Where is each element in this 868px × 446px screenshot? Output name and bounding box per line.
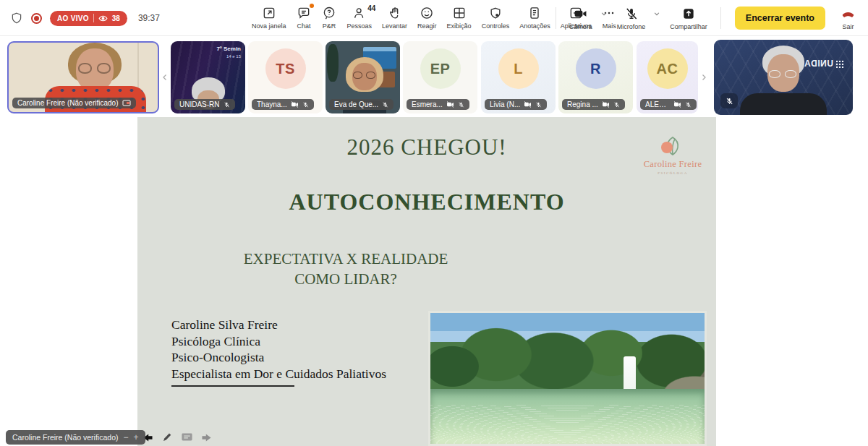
camera-icon: [573, 6, 588, 21]
avatar-initials: R: [576, 48, 616, 89]
participants-filmstrip: Caroline Freire (Não verificado) 7º Semi…: [0, 38, 868, 117]
end-event-button[interactable]: Encerrar evento: [735, 7, 825, 30]
toolbar-status-group: AO VIVO 38 39:37: [10, 0, 160, 36]
slide-nav-controls: [142, 432, 213, 444]
credential-line: Psico-Oncologista: [171, 349, 386, 366]
avatar-tile-alecy[interactable]: AC ALECY...: [637, 41, 698, 113]
zoom-out-button[interactable]: −: [123, 433, 128, 442]
mic-muted-badge: [720, 93, 738, 108]
participants-button[interactable]: 44 Pessoas: [342, 4, 378, 31]
avatar-initials: EP: [420, 48, 461, 89]
avatar-tile-thayna[interactable]: TS Thayna...: [248, 41, 323, 113]
share-screen-button[interactable]: Compartilhar: [665, 4, 712, 32]
presenter-name: Caroline Freire (Não verificado): [12, 433, 118, 442]
camera-button[interactable]: Câmera: [564, 4, 597, 32]
toolbar-device-group: Câmera Microfone: [552, 4, 861, 33]
new-window-button[interactable]: Nova janela: [247, 4, 292, 31]
mic-muted-icon: [458, 101, 464, 108]
credential-line: Especialista em Dor e Cuidados Paliativo…: [171, 366, 386, 382]
credential-line: Psicóloga Clínica: [171, 333, 386, 350]
security-shield-icon[interactable]: [10, 12, 23, 25]
microphone-button[interactable]: Microfone: [612, 4, 651, 32]
unidas-mirrored-logo: UNIDAS: [798, 59, 844, 69]
qa-button[interactable]: P&R: [317, 4, 342, 31]
logo-name: Caroline Freire: [631, 159, 715, 170]
live-label: AO VIVO: [57, 14, 89, 22]
slide-subtitle-line1: EXPECTATIVA X REALIDADE: [137, 250, 554, 268]
annotations-icon: [527, 5, 542, 20]
credential-line: Caroline Silva Freire: [171, 317, 386, 333]
mic-muted-icon: [302, 101, 309, 108]
new-window-icon: [261, 5, 276, 20]
camera-off-icon: [673, 101, 681, 108]
chat-icon: [297, 5, 312, 20]
presenter-credentials: Caroline Silva Freire Psicóloga Clínica …: [171, 317, 386, 382]
controls-button[interactable]: Controles: [477, 4, 515, 31]
avatar-tile-livia[interactable]: L Livia (N...: [481, 41, 556, 113]
share-screen-icon: [681, 6, 697, 21]
camera-off-icon: [602, 101, 610, 108]
slide-subtitle-line2: COMO LIDAR?: [137, 270, 554, 288]
filmstrip-prev-button[interactable]: [159, 41, 171, 113]
mic-muted-icon: [224, 101, 230, 108]
leave-button[interactable]: Sair: [835, 4, 861, 32]
tile-name-label: ALECY...: [640, 99, 697, 110]
controls-icon: [488, 5, 503, 20]
presenter-name-pill[interactable]: Caroline Freire (Não verificado) − +: [6, 430, 145, 445]
meeting-window: AO VIVO 38 39:37 Nova janela: [0, 0, 868, 446]
slide-title: 2026 CHEGOU!: [137, 134, 716, 160]
camera-off-icon: [446, 101, 454, 108]
toolbar-divider: [556, 7, 556, 29]
logo-subtext: PSICÓLOGA: [631, 171, 715, 175]
viewer-count: 38: [112, 14, 120, 22]
react-button[interactable]: Reagir: [412, 4, 442, 31]
backdrop-text: 7º Semin 14 e 15: [216, 46, 241, 59]
next-slide-button[interactable]: [200, 432, 213, 444]
shared-screen-area: Caroline Freire PSICÓLOGA 2026 CHEGOU! A…: [0, 117, 868, 446]
credentials-underline: [171, 385, 294, 387]
qa-icon: [322, 5, 337, 20]
mic-muted-icon: [685, 101, 692, 108]
camera-off-icon: [291, 101, 299, 108]
avatar-tile-esmera[interactable]: EP Esmera...: [403, 41, 477, 113]
annotation-panel-button[interactable]: [181, 432, 193, 444]
leave-phone-icon: [841, 6, 856, 21]
lagoon-waterfall-photo: [428, 311, 707, 446]
video-tile-caroline[interactable]: Caroline Freire (Não verificado): [7, 41, 159, 113]
recording-indicator-icon: [31, 13, 42, 24]
top-toolbar: AO VIVO 38 39:37 Nova janela: [0, 0, 868, 36]
view-button[interactable]: Exibição: [442, 4, 477, 31]
live-badge: AO VIVO 38: [50, 11, 127, 26]
tile-name-label: Esmera...: [407, 99, 469, 110]
tile-name-label: UNIDAS-RN: [174, 99, 235, 110]
mic-muted-icon: [382, 101, 388, 108]
raise-hand-icon: [387, 5, 402, 20]
video-tile-speaker-unidas[interactable]: UNIDAS: [714, 40, 853, 115]
viewers-eye-icon: [98, 14, 108, 23]
people-icon: 44: [352, 5, 367, 20]
pen-tool-button[interactable]: [161, 432, 174, 444]
view-icon: [451, 5, 467, 20]
presentation-slide: Caroline Freire PSICÓLOGA 2026 CHEGOU! A…: [137, 117, 716, 446]
avatar-tile-regina[interactable]: R Regina ...: [558, 41, 633, 113]
avatar-initials: TS: [265, 48, 306, 89]
filmstrip-next-button[interactable]: [698, 41, 710, 113]
annotations-button[interactable]: Anotações: [514, 4, 556, 31]
camera-options-chevron-icon[interactable]: [600, 10, 608, 17]
video-tile-eva[interactable]: Eva de Que...: [326, 41, 400, 113]
slide-heading: AUTOCONHECIMENTO: [137, 189, 716, 215]
microphone-options-chevron-icon[interactable]: [653, 10, 660, 17]
chat-button[interactable]: Chat: [292, 4, 317, 31]
react-icon: [420, 5, 435, 20]
live-divider: [93, 14, 94, 22]
video-tile-unidas-rn[interactable]: 7º Semin 14 e 15 UNIDAS-RN: [171, 41, 245, 113]
mic-muted-icon: [613, 101, 620, 108]
mic-muted-icon: [535, 101, 542, 108]
chat-notification-badge: [310, 4, 314, 8]
tile-name-label: Eva de Que...: [329, 99, 393, 110]
tile-name-label: Livia (N...: [485, 99, 547, 110]
tile-name-label: Regina ...: [562, 99, 625, 110]
zoom-in-button[interactable]: +: [133, 433, 138, 442]
tile-name-label: Thayna...: [252, 99, 314, 110]
raise-hand-button[interactable]: Levantar: [377, 4, 412, 31]
